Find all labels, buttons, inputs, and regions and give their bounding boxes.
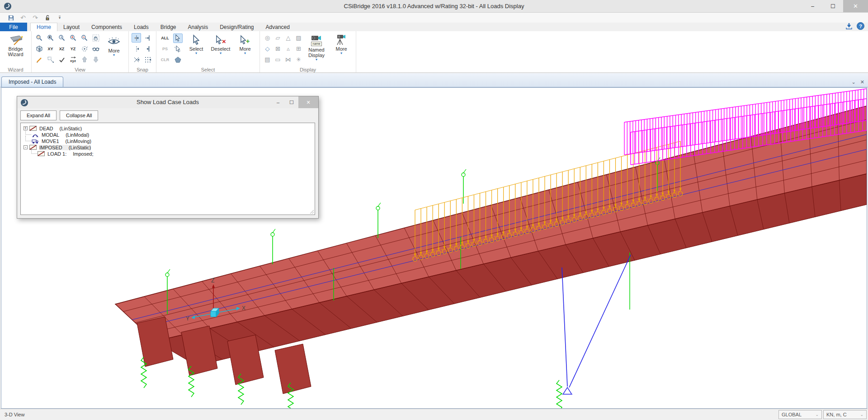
axes-xyz-icon[interactable]: xyz (68, 55, 78, 64)
chevron-down-icon: ▾ (195, 52, 197, 55)
display-releases-icon[interactable]: ⊠ (273, 44, 283, 53)
collapse-all-button[interactable]: Collapse All (60, 110, 98, 120)
window-minimize-button[interactable]: – (802, 0, 823, 12)
chevron-down-icon: ▾ (220, 52, 222, 55)
move-up-icon[interactable] (80, 55, 89, 64)
undo-icon[interactable]: ↶ (19, 14, 27, 21)
intersecting-line-select-icon[interactable] (173, 44, 183, 54)
chevron-down-icon: ▾ (316, 58, 317, 62)
eye-icon (107, 35, 121, 48)
deselect-button[interactable]: ✕ Deselect ▾ (208, 33, 233, 55)
tab-design-rating[interactable]: Design/Rating (214, 23, 259, 31)
display-axes-icon[interactable]: ▵ (283, 44, 293, 53)
dialog-close-button[interactable]: ✕ (298, 96, 318, 108)
redo-icon[interactable]: ↷ (32, 14, 39, 21)
chevron-down-icon: ▾ (244, 52, 246, 55)
show-load-case-loads-dialog[interactable]: Show Load Case Loads – ☐ ✕ Expand All Co… (17, 96, 319, 219)
display-supports-icon[interactable]: ▱ (273, 33, 283, 43)
tab-loads[interactable]: Loads (128, 23, 155, 31)
polygon-select-icon[interactable] (173, 55, 183, 65)
camera-icon: name (310, 33, 323, 47)
snap-points-icon[interactable] (132, 33, 141, 43)
move-down-icon[interactable] (91, 55, 100, 64)
snap-ends-icon[interactable] (143, 33, 152, 43)
tree-item-modal[interactable]: MODAL(LinModal) (24, 132, 315, 138)
tab-bridge[interactable]: Bridge (155, 23, 182, 31)
dialog-minimize-button[interactable]: – (271, 96, 285, 108)
view-more-button[interactable]: More ▾ (102, 33, 126, 57)
select-all-button[interactable]: ALL (159, 33, 171, 43)
pan-icon[interactable] (91, 33, 100, 43)
tab-components[interactable]: Components (85, 23, 128, 31)
clear-selection-button[interactable]: CLR (159, 55, 171, 65)
expand-all-button[interactable]: Expand All (20, 110, 57, 120)
tree-item-imposed[interactable]: - IMPOSED(LinStatic) (24, 144, 315, 150)
display-load-icon[interactable]: △ (283, 33, 293, 43)
tab-home[interactable]: Home (30, 23, 57, 31)
select-previous-button[interactable]: PS (159, 44, 171, 54)
moving-load-icon (32, 138, 39, 144)
snap-lines-icon[interactable] (143, 44, 152, 53)
snap-midpoints-icon[interactable] (132, 44, 141, 53)
select-more-button[interactable]: + More ▾ (233, 33, 257, 55)
zoom-extents-icon[interactable] (46, 33, 55, 43)
qat-customize-icon[interactable]: ▾ (59, 16, 61, 19)
window-title: CSiBridge 2016 v18.1.0 Advanced w/Rating… (0, 0, 868, 13)
tab-analysis[interactable]: Analysis (182, 23, 214, 31)
select-button[interactable]: Select ▾ (184, 33, 208, 55)
display-tables-icon[interactable]: ▤ (263, 55, 272, 64)
bridge-wizard-button[interactable]: ✦ Bridge Wizard (4, 33, 28, 57)
display-joints-icon[interactable]: ◎ (263, 33, 272, 43)
zoom-window-icon[interactable] (34, 33, 44, 43)
load-case-tree[interactable]: + DEAD(LinStatic) MODAL(LinModal) MOVE1(… (20, 123, 315, 215)
view-xz-icon[interactable]: XZ (57, 44, 66, 53)
view-3d-icon[interactable]: 3D (34, 44, 44, 53)
dialog-maximize-button[interactable]: ☐ (285, 96, 298, 108)
zoom-in-icon[interactable] (68, 33, 78, 43)
view-xy-icon[interactable]: XY (46, 44, 55, 53)
download-icon[interactable] (845, 23, 853, 32)
pointer-select-icon[interactable] (173, 33, 183, 43)
window-maximize-button[interactable]: ☐ (823, 0, 843, 12)
document-tab-imposed-all-loads[interactable]: Imposed - All Loads (1, 76, 63, 87)
tree-item-dead[interactable]: + DEAD(LinStatic) (24, 125, 315, 131)
tab-layout[interactable]: Layout (57, 23, 85, 31)
save-icon[interactable] (7, 14, 14, 21)
show-selection-only-icon[interactable] (46, 55, 55, 64)
zoom-previous-icon[interactable] (57, 33, 66, 43)
snap-intersections-icon[interactable] (132, 55, 141, 64)
perspective-icon[interactable] (91, 44, 100, 53)
tab-collapse-icon[interactable]: ⌄ (852, 79, 856, 85)
rotate-view-icon[interactable] (80, 44, 89, 53)
coordinate-system-dropdown[interactable]: GLOBAL⌄ (778, 410, 822, 419)
check-icon[interactable] (57, 55, 66, 64)
display-plane-icon[interactable]: ◇ (263, 44, 272, 53)
display-section-icon[interactable]: ⋈ (283, 55, 293, 64)
draw-icon[interactable] (34, 55, 44, 64)
snap-grid-icon[interactable] (143, 55, 152, 64)
tab-close-icon[interactable]: ✕ (860, 79, 864, 85)
dialog-title-bar[interactable]: Show Load Case Loads – ☐ ✕ (17, 96, 318, 108)
quick-access-toolbar: ↶ ↷ ▾ (0, 13, 868, 23)
unlock-icon[interactable] (44, 14, 51, 21)
help-icon[interactable]: ? (857, 22, 864, 32)
zoom-out-icon[interactable] (80, 33, 89, 43)
group-label-select: Select (156, 67, 259, 72)
display-misc-icon[interactable]: ✳ (294, 55, 303, 64)
units-dropdown[interactable]: KN, m, C⌄ (823, 410, 867, 419)
camera-tripod-icon (335, 33, 348, 46)
tab-file[interactable]: File (0, 23, 27, 31)
view-yz-icon[interactable]: YZ (68, 44, 78, 53)
collapse-icon[interactable]: - (24, 145, 28, 149)
ribbon-group-wizard: ✦ Bridge Wizard Wizard (0, 31, 32, 72)
tab-advanced[interactable]: Advanced (260, 23, 296, 31)
tree-item-load1[interactable]: LOAD 1:Imposed; (29, 151, 315, 157)
tree-item-move1[interactable]: MOVE1(LinMoving) (24, 138, 315, 144)
resize-grip[interactable] (309, 209, 314, 214)
display-solid-icon[interactable]: ⊞ (294, 44, 303, 53)
display-texture-icon[interactable]: ▨ (294, 33, 303, 43)
named-display-button[interactable]: name Named Display ▾ (304, 33, 329, 62)
display-eraser-icon[interactable]: ▭ (273, 55, 283, 64)
display-more-button[interactable]: More ▾ (329, 33, 354, 55)
window-close-button[interactable]: ✕ (843, 0, 868, 12)
